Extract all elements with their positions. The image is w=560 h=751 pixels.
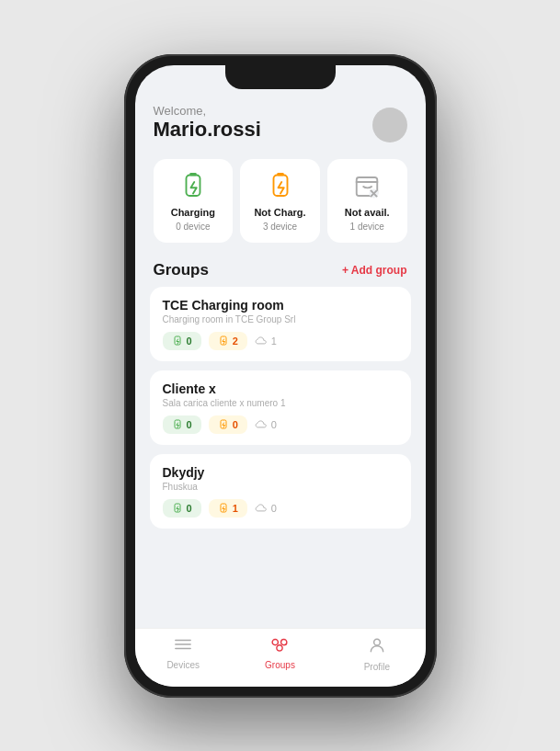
not-charging-badge-dkydjy: 1 [209,499,247,518]
phone-frame: Welcome, Mario.rossi Charging [124,54,437,698]
not-charging-count: 3 device [263,222,297,232]
group-desc-tce: Charging room in TCE Group Srl [163,314,398,324]
devices-icon [173,636,193,657]
group-name-cliente: Cliente x [163,381,398,396]
groups-title: Groups [154,261,209,279]
header: Welcome, Mario.rossi [135,93,426,152]
groups-icon [269,636,290,657]
charging-label: Charging [171,207,215,218]
svg-point-19 [373,639,380,645]
group-desc-cliente: Sala carica cliente x numero 1 [163,398,398,408]
avatar[interactable] [372,108,407,142]
nav-item-groups[interactable]: Groups [232,636,328,672]
charging-count-dkydjy: 0 [187,503,192,514]
svg-point-18 [277,644,282,650]
not-charging-icon-small [218,336,229,347]
not-charging-count-tce: 2 [233,336,238,347]
not-charging-label: Not Charg. [254,207,305,218]
charging-icon-small [172,336,183,347]
groups-header: Groups + Add group [135,250,426,287]
profile-nav-label: Profile [364,662,390,672]
user-info: Welcome, Mario.rossi [154,104,261,142]
not-available-count: 1 device [350,222,384,232]
group-name-dkydjy: Dkydjy [163,465,398,480]
not-charging-icon-small3 [218,503,229,514]
not-charging-icon-small2 [218,419,229,430]
cloud-icon-tce [255,336,268,346]
group-stats-tce: 0 2 1 [163,332,398,350]
unavail-badge-cliente: 0 [255,419,277,430]
groups-list: TCE Charging room Charging room in TCE G… [135,287,426,628]
charging-count-cliente: 0 [187,419,192,430]
unavail-badge-tce: 1 [255,336,277,347]
bottom-nav: Devices Groups [135,628,426,687]
not-available-icon [350,170,383,203]
charging-icon [177,170,210,203]
svg-point-17 [281,639,287,644]
notch [225,65,336,89]
cloud-icon-dkydjy [255,504,268,513]
not-available-card[interactable]: Not avail. 1 device [327,159,407,243]
not-charging-badge-cliente: 0 [209,415,247,434]
group-card-cliente[interactable]: Cliente x Sala carica cliente x numero 1… [150,370,411,445]
app-screen: Welcome, Mario.rossi Charging [135,65,426,687]
charging-count: 0 device [176,222,210,232]
unavail-count-cliente: 0 [271,419,277,430]
svg-point-16 [273,639,279,644]
unavail-count-dkydjy: 0 [271,503,277,514]
devices-nav-label: Devices [166,660,200,670]
not-charging-icon [264,170,297,203]
not-charging-count-cliente: 0 [233,419,238,430]
status-cards-row: Charging 0 device Not Charg. 3 device [135,152,426,250]
not-charging-card[interactable]: Not Charg. 3 device [240,159,320,243]
charging-badge-dkydjy: 0 [163,499,201,518]
group-card-tce[interactable]: TCE Charging room Charging room in TCE G… [150,287,411,361]
welcome-text: Welcome, [154,104,261,118]
charging-badge-tce: 0 [163,332,201,350]
group-stats-cliente: 0 0 0 [163,415,398,434]
charging-card[interactable]: Charging 0 device [154,159,234,243]
groups-nav-label: Groups [265,660,295,670]
group-stats-dkydjy: 0 1 0 [163,499,398,518]
group-desc-dkydjy: Fhuskua [163,482,398,492]
svg-rect-1 [189,173,197,176]
nav-item-devices[interactable]: Devices [135,636,232,672]
cloud-icon-cliente [255,420,268,429]
not-available-label: Not avail. [345,207,390,218]
nav-item-profile[interactable]: Profile [328,636,425,672]
not-charging-badge-tce: 2 [209,332,247,350]
username: Mario.rossi [154,118,261,142]
phone-screen: Welcome, Mario.rossi Charging [135,65,426,687]
svg-rect-3 [277,173,284,176]
charging-badge-cliente: 0 [163,415,201,434]
charging-count-tce: 0 [187,336,192,347]
charging-icon-small2 [172,419,183,430]
group-name-tce: TCE Charging room [163,298,398,313]
not-charging-count-dkydjy: 1 [233,503,238,514]
group-card-dkydjy[interactable]: Dkydjy Fhuskua 0 [150,454,411,529]
add-group-button[interactable]: + Add group [342,264,407,277]
profile-icon [368,636,386,659]
unavail-count-tce: 1 [271,336,277,347]
unavail-badge-dkydjy: 0 [255,503,277,514]
charging-icon-small3 [172,503,183,514]
